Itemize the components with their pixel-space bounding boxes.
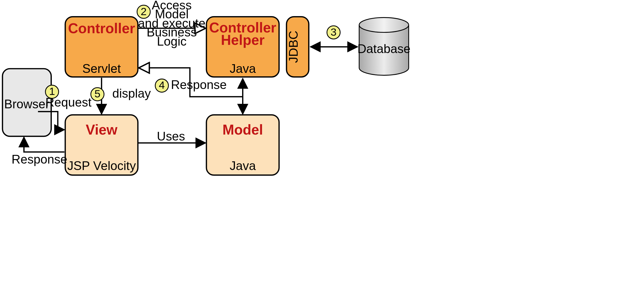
controller-helper-title-2: Helper [221,32,264,48]
node-jdbc: JDBC [286,16,309,77]
step-5-badge: 5 [91,88,104,101]
node-model: Model Java [206,115,279,175]
access-l5: Logic [157,34,186,48]
controller-title: Controller [68,20,135,36]
response-browser-label: Response [12,152,68,166]
step-2-num: 2 [141,5,146,17]
svg-point-4 [359,17,409,32]
mvc-architecture-diagram: Browser Controller Servlet Controller He… [0,0,644,285]
step-4-badge: 4 [155,79,168,92]
controller-tech: Servlet [82,62,121,76]
model-title: Model [222,122,263,138]
uses-label: Uses [157,129,185,143]
browser-label: Browser [4,97,50,111]
model-tech: Java [230,159,256,173]
node-browser: Browser [2,69,51,136]
controller-helper-tech: Java [230,62,256,76]
step-3-badge: 3 [327,26,340,39]
step-4-num: 4 [159,79,165,91]
response-ctrl-label: Response [171,78,227,92]
node-view: View JSP Velocity [65,115,138,175]
step-3-num: 3 [331,26,337,38]
step-1-num: 1 [49,85,55,97]
view-tech: JSP Velocity [67,159,136,173]
step-1-badge: 1 [46,85,58,98]
display-label: display [112,86,151,100]
step-5-num: 5 [94,88,100,100]
node-controller: Controller Servlet [65,16,138,77]
database-label: Database [358,42,410,56]
jdbc-label: JDBC [286,31,300,63]
step-2-badge: 2 [137,5,150,18]
node-database: Database [358,17,410,75]
view-title: View [86,122,118,138]
node-controller-helper: Controller Helper Java [206,16,279,77]
edge-response-browser [24,137,64,152]
